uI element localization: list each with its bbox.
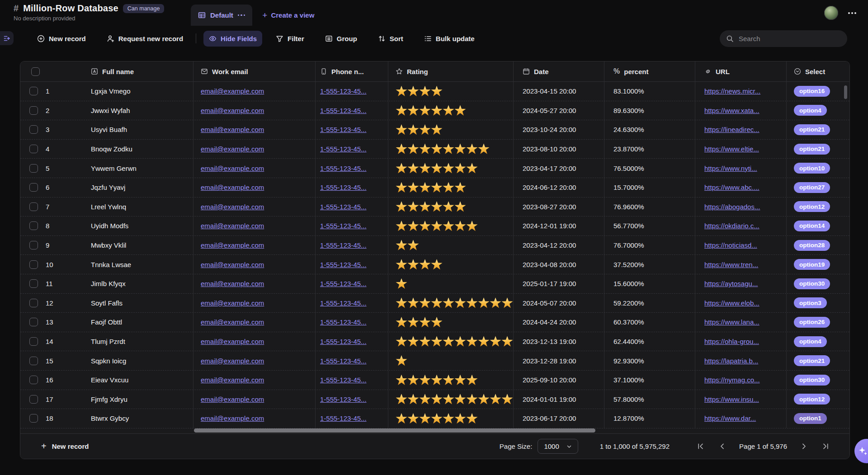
percent-cell[interactable]: 76.5000% [604, 159, 695, 178]
select-cell[interactable]: option12 [787, 198, 849, 216]
full-name-cell[interactable]: Faojf Obttl [79, 313, 193, 332]
url-link[interactable]: https://abogados... [704, 203, 760, 211]
workspace-more-button[interactable] [848, 12, 856, 14]
phone-cell[interactable]: 1-555-123-45... [316, 178, 388, 197]
percent-cell[interactable]: 56.7700% [604, 216, 695, 235]
date-cell[interactable]: 2024-06-12 20:00 [514, 178, 604, 197]
date-cell[interactable]: 2023-04-12 20:00 [514, 236, 604, 255]
tab-more-icon[interactable] [238, 14, 245, 16]
date-cell[interactable]: 2023-12-13 19:00 [514, 332, 604, 351]
url-link[interactable]: https://www.eltie... [704, 145, 759, 153]
full-name-cell[interactable]: Mwbxy Vklil [79, 236, 193, 255]
select-option-badge[interactable]: option21 [794, 124, 830, 135]
phone-cell[interactable]: 1-555-123-45... [316, 236, 388, 255]
url-cell[interactable]: https://www.lana... [695, 313, 787, 332]
phone-link[interactable]: 1-555-123-45... [320, 241, 367, 249]
row-checkbox[interactable] [29, 337, 38, 346]
phone-cell[interactable]: 1-555-123-45... [316, 332, 388, 351]
last-page-button[interactable] [821, 442, 830, 451]
user-avatar[interactable] [824, 6, 838, 20]
hide-fields-button[interactable]: Hide Fields [203, 31, 262, 47]
phone-cell[interactable]: 1-555-123-45... [316, 198, 388, 216]
url-cell[interactable]: https://www.elob... [695, 294, 787, 313]
row-checkbox[interactable] [29, 241, 38, 249]
row-checkbox[interactable] [29, 145, 38, 153]
url-link[interactable]: https://nymag.co... [704, 376, 760, 384]
percent-cell[interactable]: 57.8000% [604, 390, 695, 409]
percent-cell[interactable]: 23.8700% [604, 140, 695, 159]
select-cell[interactable]: option16 [787, 82, 849, 101]
url-link[interactable]: https://news.micr... [704, 87, 760, 95]
email-link[interactable]: email@example.com [201, 414, 264, 422]
row-checkbox[interactable] [29, 260, 38, 269]
column-header-full-name[interactable]: Full name [79, 61, 193, 81]
percent-cell[interactable]: 89.6300% [604, 101, 695, 120]
url-cell[interactable]: https://news.micr... [695, 82, 787, 101]
percent-cell[interactable]: 83.1000% [604, 82, 695, 101]
phone-link[interactable]: 1-555-123-45... [320, 261, 367, 268]
phone-cell[interactable]: 1-555-123-45... [316, 294, 388, 313]
phone-cell[interactable]: 1-555-123-45... [316, 159, 388, 178]
select-cell[interactable]: option19 [787, 255, 849, 274]
phone-link[interactable]: 1-555-123-45... [320, 395, 367, 403]
rating-cell[interactable] [388, 409, 514, 428]
row-checkbox[interactable] [29, 357, 38, 365]
select-cell[interactable]: option30 [787, 371, 849, 390]
email-link[interactable]: email@example.com [201, 107, 264, 114]
row-checkbox[interactable] [29, 299, 38, 307]
url-cell[interactable]: https://www.dar... [695, 409, 787, 428]
bulk-update-button[interactable]: Bulk update [419, 31, 480, 47]
url-link[interactable]: https://www.abc.... [704, 183, 760, 191]
full-name-cell[interactable]: Uyidh Modfs [79, 216, 193, 235]
select-option-badge[interactable]: option21 [794, 355, 830, 366]
full-name-cell[interactable]: Fjmfg Xdryu [79, 390, 193, 409]
row-checkbox[interactable] [29, 87, 38, 95]
work-email-cell[interactable]: email@example.com [193, 409, 316, 428]
search-input[interactable] [739, 35, 841, 42]
work-email-cell[interactable]: email@example.com [193, 140, 316, 159]
select-cell[interactable]: option26 [787, 313, 849, 332]
new-record-button[interactable]: New record [32, 31, 91, 47]
work-email-cell[interactable]: email@example.com [193, 332, 316, 351]
phone-cell[interactable]: 1-555-123-45... [316, 120, 388, 139]
email-link[interactable]: email@example.com [201, 165, 264, 172]
email-link[interactable]: email@example.com [201, 87, 264, 95]
url-cell[interactable]: https://www.insu... [695, 390, 787, 409]
phone-link[interactable]: 1-555-123-45... [320, 183, 367, 191]
percent-cell[interactable]: 37.1000% [604, 371, 695, 390]
select-option-badge[interactable]: option16 [794, 86, 830, 97]
select-cell[interactable]: option14 [787, 216, 849, 235]
rating-cell[interactable] [388, 216, 514, 235]
url-cell[interactable]: https://noticiasd... [695, 236, 787, 255]
column-header-url[interactable]: URL [695, 61, 787, 81]
phone-link[interactable]: 1-555-123-45... [320, 280, 367, 287]
percent-cell[interactable]: 76.9600% [604, 198, 695, 216]
phone-link[interactable]: 1-555-123-45... [320, 414, 367, 422]
url-cell[interactable]: https://www.nyti... [695, 159, 787, 178]
column-header-phone[interactable]: Phone n... [316, 61, 388, 81]
url-cell[interactable]: https://okdiario.c... [695, 216, 787, 235]
date-cell[interactable]: 2023-08-27 20:00 [514, 198, 604, 216]
select-option-badge[interactable]: option4 [794, 105, 827, 116]
row-checkbox[interactable] [29, 414, 38, 423]
column-header-rating[interactable]: Rating [388, 61, 514, 81]
select-option-badge[interactable]: option14 [794, 221, 830, 231]
rating-cell[interactable] [388, 159, 514, 178]
phone-link[interactable]: 1-555-123-45... [320, 338, 367, 345]
rating-cell[interactable] [388, 294, 514, 313]
url-link[interactable]: https://lineadirec... [704, 126, 760, 133]
url-cell[interactable]: https://lapatria.b... [695, 351, 787, 370]
date-cell[interactable]: 2023-12-28 19:00 [514, 351, 604, 370]
date-cell[interactable]: 2023-06-17 20:00 [514, 409, 604, 428]
email-link[interactable]: email@example.com [201, 222, 264, 230]
date-cell[interactable]: 2024-05-07 20:00 [514, 294, 604, 313]
select-option-badge[interactable]: option1 [794, 413, 827, 424]
date-cell[interactable]: 2023-08-10 20:00 [514, 140, 604, 159]
url-cell[interactable]: https://www.tren... [695, 255, 787, 274]
rating-cell[interactable] [388, 236, 514, 255]
row-checkbox[interactable] [29, 183, 38, 192]
percent-cell[interactable]: 12.8700% [604, 409, 695, 428]
select-cell[interactable]: option10 [787, 159, 849, 178]
full-name-cell[interactable]: Jimlb Kfyqx [79, 274, 193, 293]
phone-cell[interactable]: 1-555-123-45... [316, 101, 388, 120]
